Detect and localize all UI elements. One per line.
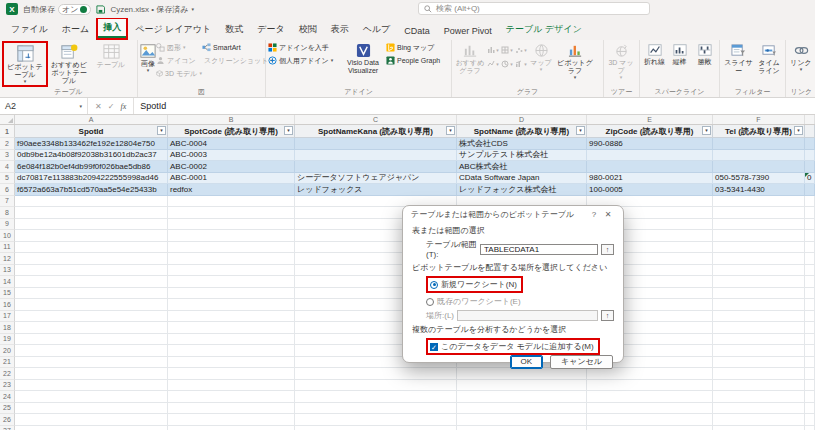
grid-cell[interactable] [805,380,815,392]
cell-overflow[interactable]: 0 [805,173,815,185]
tab-review[interactable]: 校閲 [292,20,324,40]
line-sparkline-button[interactable]: 折れ線 [642,41,667,66]
row-number[interactable]: 6 [0,184,15,196]
cell-zipcode[interactable]: 100-0005 [587,184,713,196]
row-number[interactable]: 14 [0,276,15,288]
name-box-dropdown-icon[interactable]: ▾ [79,104,82,109]
get-addins-button[interactable]: アドインを入手 [268,41,340,54]
pivottable-button[interactable]: ピボットテーブル ▾ [4,43,46,85]
select-all-corner[interactable] [0,115,15,124]
row-number[interactable]: 3 [0,150,15,162]
filter-button[interactable]: ▾ [284,126,293,135]
cell-spotcode[interactable]: ABC-0004 [168,138,295,150]
smartart-button[interactable]: SmartArt [202,41,266,54]
cell-tel[interactable]: 03-5341-4430 [713,184,805,196]
bing-maps-button[interactable]: Bing マップ [386,41,446,54]
grid-cell[interactable] [168,311,295,323]
header-cell-spotnamekana[interactable]: SpotNameKana (読み取り専用)▾ [295,125,457,138]
row-number[interactable]: 15 [0,288,15,300]
grid-cell[interactable] [168,230,295,242]
grid-cell[interactable] [805,253,815,265]
row-number[interactable]: 11 [0,242,15,254]
grid-cell[interactable] [805,242,815,254]
grid-cell[interactable] [713,322,805,334]
grid-cell[interactable] [713,299,805,311]
grid-cell[interactable] [713,196,805,208]
icons-button[interactable]: アイコン [156,54,202,67]
grid-cell[interactable] [15,414,168,426]
grid-cell[interactable] [805,125,815,138]
slicer-button[interactable]: スライサー [722,41,755,75]
cell-spotid[interactable]: 6e084f182b0ef4db99f0f026bae5db86 [15,161,168,173]
filter-button[interactable]: ▾ [702,126,711,135]
people-graph-button[interactable]: People Graph [386,54,446,67]
cell-spotnamekana[interactable] [295,161,457,173]
recommended-charts-button[interactable]: おすすめグラフ [454,41,486,75]
dialog-title-bar[interactable]: テーブルまたは範囲からのピボットテーブル ? ✕ [403,206,623,220]
cell-tel[interactable] [713,150,805,162]
grid-cell[interactable] [713,357,805,369]
tab-home[interactable]: ホーム [55,20,96,40]
grid-cell[interactable] [295,426,457,430]
autosave-toggle[interactable]: 自動保存 オン [23,4,91,15]
header-cell-spotcode[interactable]: SpotCode (読み取り専用)▾ [168,125,295,138]
grid-cell[interactable] [168,276,295,288]
row-number[interactable]: 4 [0,161,15,173]
grid-cell[interactable] [713,426,805,430]
visio-data-visualizer-button[interactable]: Visio Data Visualizer [340,41,386,75]
grid-cell[interactable] [805,288,815,300]
tab-file[interactable]: ファイル [4,20,55,40]
header-cell-spotid[interactable]: SpotId▾ [15,125,168,138]
cell-spotcode[interactable]: ABC-0003 [168,150,295,162]
insert-line-chart-button[interactable]: ▾ [486,57,500,71]
grid-cell[interactable] [805,230,815,242]
checkbox-add-to-data-model[interactable]: ✓ [430,343,438,351]
grid-cell[interactable] [168,253,295,265]
header-cell-zipcode[interactable]: ZipCode (読み取り専用)▾ [587,125,713,138]
table-button[interactable]: テーブル [90,41,132,69]
autosave-pill[interactable]: オン [58,4,91,15]
grid-cell[interactable] [713,207,805,219]
row-number[interactable]: 13 [0,265,15,277]
insert-scatter-chart-button[interactable]: ▾ [514,43,528,57]
grid-cell[interactable] [168,299,295,311]
grid-cell[interactable] [168,357,295,369]
cell-spotnamekana[interactable] [295,150,457,162]
insert-function-icon[interactable]: fx [120,102,126,111]
grid-cell[interactable] [805,276,815,288]
cell-tel[interactable] [713,161,805,173]
cell-spotid[interactable]: dc70817e113883b2094222555998ad46 [15,173,168,185]
grid-cell[interactable] [805,345,815,357]
ok-button[interactable]: OK [510,355,544,369]
row-number[interactable]: 1 [0,125,15,138]
grid-cell[interactable] [713,230,805,242]
cell-spotname[interactable]: サンプルテスト株式会社 [457,150,587,162]
3d-map-button[interactable]: 3D マップ ▾ [606,41,636,80]
grid-cell[interactable] [457,380,587,392]
tab-view[interactable]: 表示 [324,20,356,40]
grid-cell[interactable] [15,288,168,300]
insert-hierarchy-chart-button[interactable]: ▾ [500,43,514,57]
grid-cell[interactable] [295,414,457,426]
grid-cell[interactable] [805,357,815,369]
grid-cell[interactable] [805,299,815,311]
grid-cell[interactable] [805,265,815,277]
radio-new-worksheet[interactable] [430,281,438,289]
grid-cell[interactable] [713,403,805,415]
cell-spotname[interactable]: 株式会社CDS [457,138,587,150]
grid-cell[interactable] [457,391,587,403]
3d-models-button[interactable]: 3D モデル ▾ [156,67,202,80]
cell-zipcode[interactable] [587,161,713,173]
insert-combo-chart-button[interactable]: ▾ [514,57,528,71]
tab-cdata[interactable]: CData [397,23,437,40]
grid-cell[interactable] [168,426,295,430]
grid-cell[interactable] [15,230,168,242]
grid-cell[interactable] [713,391,805,403]
grid-cell[interactable] [713,414,805,426]
grid-cell[interactable] [587,403,713,415]
insert-pie-chart-button[interactable]: ▾ [500,57,514,71]
shapes-button[interactable]: 図形 ▾ [156,41,202,54]
row-number[interactable]: 16 [0,299,15,311]
row-number[interactable]: 17 [0,311,15,323]
grid-cell[interactable] [587,414,713,426]
